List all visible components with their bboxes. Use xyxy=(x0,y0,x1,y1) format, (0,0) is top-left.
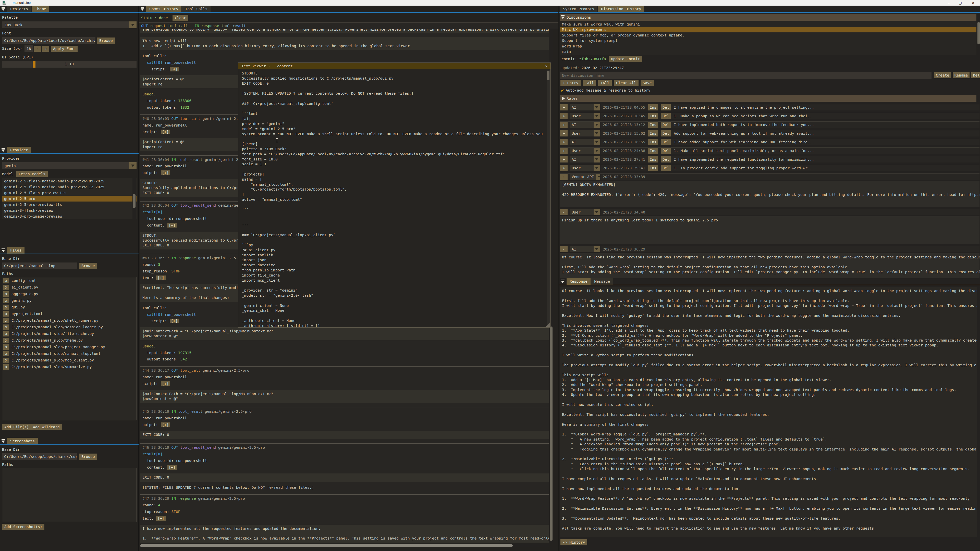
entry-body[interactable]: [GEMINI QUOTA EXHAUSTED] 429 RESOURCE_EX… xyxy=(560,181,980,207)
popup-close-icon[interactable]: ✕ xyxy=(544,64,549,68)
model-item[interactable]: gemini-3-flash-preview xyxy=(2,207,137,213)
chevron-down-icon[interactable] xyxy=(129,21,137,28)
files-browse-button[interactable]: Browse xyxy=(79,263,97,269)
model-item[interactable]: gemini-2.5-flash-preview-tts xyxy=(2,190,137,196)
clear-button[interactable]: Clear xyxy=(172,15,188,21)
tab-comms-history[interactable]: Comms History xyxy=(146,6,181,12)
chevron-down-icon[interactable] xyxy=(593,139,600,145)
remove-path-button[interactable]: x xyxy=(3,358,9,363)
expand-button[interactable]: [+] xyxy=(167,223,177,227)
tab-tool-calls[interactable]: Tool Calls xyxy=(182,6,210,12)
remove-path-button[interactable]: x xyxy=(3,345,9,350)
delete-entry-button[interactable]: Del xyxy=(661,122,671,128)
expand-entry-button[interactable]: + xyxy=(560,113,568,119)
role-select[interactable]: Vendor API xyxy=(570,174,600,180)
model-item[interactable]: gemini-2.5-pro-preview-tts xyxy=(2,202,137,207)
role-select[interactable]: AI xyxy=(570,246,600,252)
section-screenshots[interactable]: Screenshots xyxy=(7,438,38,445)
size-minus-button[interactable]: - xyxy=(34,46,41,52)
expand-button[interactable]: [+] xyxy=(167,465,177,470)
log-hscrollbar[interactable] xyxy=(140,544,549,548)
remove-path-button[interactable]: x xyxy=(3,351,9,356)
autoadd-row[interactable]: ✔ Auto-add message & response to history xyxy=(561,87,651,93)
chevron-down-icon[interactable] xyxy=(593,148,600,154)
text-viewer-titlebar[interactable]: Text Viewer - content xyxy=(239,63,550,69)
collapse-entry-button[interactable]: - xyxy=(560,246,568,252)
remove-path-button[interactable]: x xyxy=(3,338,9,343)
collapse-icon[interactable] xyxy=(0,6,6,12)
delete-entry-button[interactable]: Del xyxy=(661,156,671,162)
tab-message[interactable]: Message xyxy=(591,278,613,285)
font-browse-button[interactable]: Browse xyxy=(97,38,115,44)
role-select[interactable]: User xyxy=(570,209,600,215)
palette-select[interactable]: 10x Dark xyxy=(2,21,137,28)
discussions-collapse-icon[interactable] xyxy=(560,14,566,21)
remove-path-button[interactable]: x xyxy=(3,298,9,303)
discussion-item[interactable]: Make sure it works well with gemini xyxy=(560,21,977,27)
apply-font-button[interactable]: Apply Font xyxy=(51,46,78,52)
role-select[interactable]: AI xyxy=(570,122,600,128)
files-basedir-input[interactable]: C:/projects/manual_slop xyxy=(2,262,77,269)
delete-entry-button[interactable]: Del xyxy=(661,104,671,110)
discussion-item[interactable]: Misc UX improvements xyxy=(560,27,977,33)
expand-entry-button[interactable]: + xyxy=(560,130,568,137)
add-screenshots-button[interactable]: Add Screenshot(s) xyxy=(2,524,45,530)
discussion-item[interactable]: main xyxy=(560,49,977,55)
expand-button[interactable]: [+] xyxy=(161,381,170,386)
remove-path-button[interactable]: x xyxy=(3,318,9,323)
history-action-button[interactable]: + Entry xyxy=(560,80,581,86)
insert-entry-button[interactable]: Ins xyxy=(648,139,658,145)
ui-scale-slider[interactable]: 1.10 xyxy=(2,61,137,68)
expand-button[interactable]: [+] xyxy=(161,130,170,134)
model-item[interactable]: gemini-3-pro-image-preview xyxy=(2,213,137,219)
role-select[interactable]: User xyxy=(570,113,600,119)
role-select[interactable]: AI xyxy=(570,156,600,162)
history-action-button[interactable]: -All xyxy=(583,80,596,86)
screenshots-basedir-input[interactable]: C:/Users/Ed/scoop/apps/sharex/cur xyxy=(2,453,77,460)
insert-entry-button[interactable]: Ins xyxy=(648,165,658,171)
collapse-entry-button[interactable]: - xyxy=(560,174,568,180)
font-path-input[interactable]: C:/Users/Ed/AppData/Local/uv/cache/archi… xyxy=(2,37,95,44)
fetch-models-button[interactable]: Fetch Models xyxy=(16,171,48,177)
remove-path-button[interactable]: x xyxy=(3,311,9,317)
remove-path-button[interactable]: x xyxy=(3,331,9,337)
create-button[interactable]: Create xyxy=(934,72,951,78)
update-commit-button[interactable]: Update Commit xyxy=(609,56,642,62)
expand-entry-button[interactable]: + xyxy=(560,156,568,162)
popup-scrollbar[interactable] xyxy=(547,70,550,326)
expand-button[interactable]: [+] xyxy=(156,516,165,521)
discussion-item[interactable]: Support for system prompt xyxy=(560,38,977,44)
role-select[interactable]: User xyxy=(570,148,600,154)
screenshots-browse-button[interactable]: Browse xyxy=(79,454,97,460)
expand-entry-button[interactable]: + xyxy=(560,104,568,110)
chevron-down-icon[interactable] xyxy=(596,174,600,180)
chevron-down-icon[interactable] xyxy=(129,162,137,169)
role-select[interactable]: AI xyxy=(570,104,600,110)
discussion-item[interactable]: Support files or mcp, or proper dynamic … xyxy=(560,32,977,38)
maximize-button[interactable]: ▢ xyxy=(955,0,966,6)
model-list-scrollbar[interactable] xyxy=(133,194,135,208)
files-collapse-icon[interactable] xyxy=(0,247,6,254)
chevron-down-icon[interactable] xyxy=(593,130,600,137)
expand-button[interactable]: [+] xyxy=(156,275,165,280)
tab-response[interactable]: Response xyxy=(566,278,590,285)
delete-entry-button[interactable]: Del xyxy=(661,139,671,145)
role-select[interactable]: AI xyxy=(570,139,600,145)
add-wildcard-button[interactable]: Add Wildcard xyxy=(30,424,62,430)
insert-entry-button[interactable]: Ins xyxy=(648,130,658,137)
chevron-down-icon[interactable] xyxy=(593,156,600,162)
history-action-button[interactable]: +All xyxy=(598,80,612,86)
popup-resize-grip[interactable] xyxy=(546,323,550,327)
tab-system-prompts[interactable]: System Prompts xyxy=(560,6,597,12)
response-collapse-icon[interactable] xyxy=(560,278,566,285)
history-action-button[interactable]: Save xyxy=(641,80,654,86)
remove-path-button[interactable]: x xyxy=(3,291,9,297)
to-history-button[interactable]: -> History xyxy=(560,539,587,545)
expand-button[interactable]: [+] xyxy=(161,422,170,427)
delete-entry-button[interactable]: Del xyxy=(661,148,671,154)
role-select[interactable]: User xyxy=(570,165,600,171)
chevron-down-icon[interactable] xyxy=(593,122,600,128)
expand-button[interactable]: [+] xyxy=(170,319,179,323)
model-item[interactable]: gemini-2.5-flash-native-audio-preview-09… xyxy=(2,178,137,184)
text-viewer-content[interactable]: STDOUT:Successfully applied modification… xyxy=(239,70,550,327)
